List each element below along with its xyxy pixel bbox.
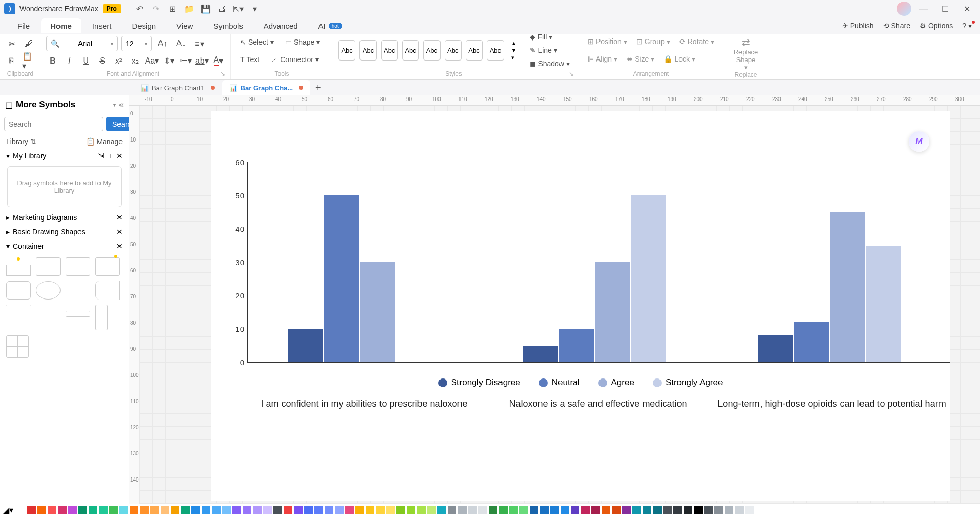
italic-button[interactable]: I <box>63 53 76 69</box>
close-lib-icon[interactable]: ✕ <box>116 152 123 160</box>
shape-item[interactable] <box>36 257 61 276</box>
color-swatch[interactable] <box>376 506 385 514</box>
bar[interactable] <box>288 329 323 362</box>
color-swatch[interactable] <box>335 506 344 514</box>
redo-icon[interactable]: ↷ <box>152 4 161 13</box>
color-swatch[interactable] <box>109 506 118 514</box>
styles-more[interactable]: ▾ <box>511 54 517 61</box>
format-painter-button[interactable]: 🖌 <box>22 36 36 51</box>
color-swatch[interactable] <box>58 506 67 514</box>
avatar[interactable] <box>897 2 911 16</box>
minimize-button[interactable]: — <box>914 2 933 16</box>
text-tool[interactable]: T Text <box>236 53 264 66</box>
shape-item[interactable] <box>36 305 61 323</box>
color-swatch[interactable] <box>263 506 272 514</box>
bullets-button[interactable]: ≔▾ <box>179 53 192 69</box>
color-swatch[interactable] <box>396 506 405 514</box>
shape-item[interactable] <box>6 305 31 307</box>
bar[interactable] <box>866 246 901 363</box>
line-spacing-button[interactable]: ⇕▾ <box>162 53 175 69</box>
connector-tool[interactable]: ⟋ Connector ▾ <box>267 53 323 66</box>
color-swatch[interactable] <box>407 506 415 514</box>
style-swatch-1[interactable]: Abc <box>338 40 355 61</box>
color-swatch[interactable] <box>181 506 190 514</box>
shape-item[interactable] <box>6 281 31 300</box>
color-swatch[interactable] <box>540 506 549 514</box>
color-swatch[interactable] <box>355 506 364 514</box>
shape-item[interactable] <box>95 305 108 330</box>
color-swatch[interactable] <box>509 506 518 514</box>
color-swatch[interactable] <box>222 506 231 514</box>
rotate-button[interactable]: ⟳ Rotate ▾ <box>676 36 717 47</box>
menu-symbols[interactable]: Symbols <box>204 18 252 33</box>
style-swatch-8[interactable]: Abc <box>487 40 504 61</box>
highlight-button[interactable]: ab▾ <box>195 53 209 69</box>
color-swatch[interactable] <box>735 506 744 514</box>
bar[interactable] <box>360 262 395 362</box>
text-align-button[interactable]: ≡▾ <box>192 36 207 51</box>
color-swatch[interactable] <box>273 506 282 514</box>
undo-icon[interactable]: ↶ <box>135 4 145 13</box>
color-swatch[interactable] <box>294 506 303 514</box>
close-container-icon[interactable]: ✕ <box>116 242 123 250</box>
color-swatch[interactable] <box>530 506 538 514</box>
help-button[interactable]: ?▾ <box>962 22 972 30</box>
case-button[interactable]: Aa▾ <box>145 53 159 69</box>
color-swatch[interactable] <box>632 506 641 514</box>
color-swatch[interactable] <box>499 506 508 514</box>
save-icon[interactable]: 💾 <box>201 4 210 13</box>
manage-link[interactable]: 📋 Manage <box>86 137 123 146</box>
color-swatch[interactable] <box>653 506 662 514</box>
color-swatch[interactable] <box>161 506 169 514</box>
new-icon[interactable]: ⊞ <box>168 4 177 13</box>
color-swatch[interactable] <box>437 506 446 514</box>
shape-tool[interactable]: ▭ Shape ▾ <box>281 36 324 48</box>
close-basic-icon[interactable]: ✕ <box>116 228 123 236</box>
shadow-button[interactable]: ◼ Shadow ▾ <box>526 57 574 70</box>
style-swatch-2[interactable]: Abc <box>359 40 376 61</box>
color-swatch[interactable] <box>519 506 528 514</box>
color-swatch[interactable] <box>325 506 333 514</box>
bar[interactable] <box>595 262 630 362</box>
color-swatch[interactable] <box>89 506 97 514</box>
style-swatch-4[interactable]: Abc <box>402 40 419 61</box>
color-swatch[interactable] <box>284 506 292 514</box>
menu-file[interactable]: File <box>8 18 39 33</box>
color-swatch[interactable] <box>150 506 159 514</box>
group-button[interactable]: ⊡ Group ▾ <box>633 36 673 47</box>
menu-insert[interactable]: Insert <box>83 18 121 33</box>
color-swatch[interactable] <box>468 506 477 514</box>
styles-down[interactable]: ▼ <box>511 47 517 53</box>
print-icon[interactable]: 🖨 <box>217 4 227 13</box>
shape-item[interactable] <box>36 281 61 300</box>
cut-button[interactable]: ✂ <box>5 36 19 51</box>
shape-item[interactable] <box>95 281 120 300</box>
font-dialog-launcher[interactable]: ↘ <box>220 70 225 77</box>
color-swatch[interactable] <box>68 506 77 514</box>
style-swatch-3[interactable]: Abc <box>381 40 398 61</box>
import-lib-icon[interactable]: ⇲ <box>98 152 104 160</box>
shape-item[interactable] <box>66 257 90 276</box>
line-button[interactable]: ✎ Line ▾ <box>526 44 574 56</box>
color-swatch[interactable] <box>243 506 251 514</box>
color-swatch[interactable] <box>37 506 46 514</box>
strike-button[interactable]: S <box>95 53 109 69</box>
color-swatch[interactable] <box>561 506 569 514</box>
section-my-library[interactable]: ▾My Library ⇲+✕ <box>0 149 129 163</box>
superscript-button[interactable]: x² <box>112 53 126 69</box>
color-swatch[interactable] <box>663 506 672 514</box>
color-swatch[interactable] <box>386 506 395 514</box>
open-icon[interactable]: 📁 <box>185 4 194 13</box>
color-swatch[interactable] <box>478 506 487 514</box>
color-swatch[interactable] <box>171 506 179 514</box>
more-icon[interactable]: ▾ <box>250 4 259 13</box>
font-family-select[interactable]: 🔍Arial▾ <box>46 36 118 51</box>
doc-tab-1[interactable]: 📊 Bar Graph Chart1 <box>133 80 222 95</box>
color-swatch[interactable] <box>119 506 128 514</box>
color-swatch[interactable] <box>140 506 149 514</box>
bar[interactable] <box>523 346 558 363</box>
fill-button[interactable]: ◆ Fill ▾ <box>526 31 574 43</box>
page[interactable]: 0102030405060 Strongly DisagreeNeutralAg… <box>211 111 950 501</box>
shape-item[interactable] <box>66 311 90 317</box>
export-icon[interactable]: ⇱▾ <box>234 4 243 13</box>
